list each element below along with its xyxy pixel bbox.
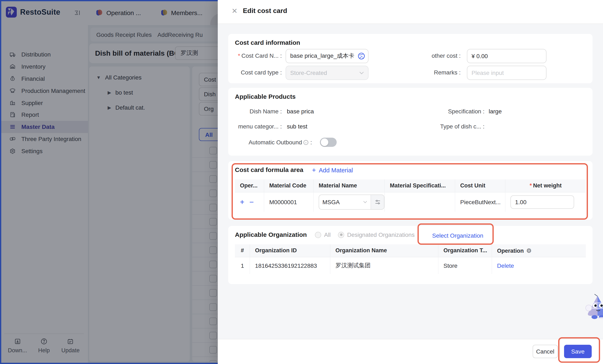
material-name-cell: MSGA bbox=[314, 192, 385, 212]
remove-row-icon[interactable]: − bbox=[249, 198, 254, 206]
col-organization-name: Organization Name bbox=[330, 244, 439, 257]
drawer-mask[interactable] bbox=[0, 0, 218, 364]
other-cost-input[interactable] bbox=[467, 49, 546, 63]
section-title: Applicable Products bbox=[235, 93, 296, 100]
cost-card-information-section: Cost card information *Cost Card N... : … bbox=[228, 34, 592, 83]
column-settings-gear-icon[interactable]: ⚙ bbox=[526, 247, 532, 254]
col-operation: Operation⚙ bbox=[492, 244, 586, 257]
col-material-name: Material Name bbox=[314, 179, 385, 192]
material-spec-cell bbox=[385, 192, 455, 212]
cost-card-name-field-wrap bbox=[286, 49, 369, 63]
save-button[interactable]: Save bbox=[564, 345, 592, 358]
cost-card-type-select[interactable]: Store-Created bbox=[286, 66, 369, 80]
menu-category-label: menu categor... : bbox=[228, 123, 282, 130]
org-index-cell: 1 bbox=[235, 257, 250, 274]
add-material-button[interactable]: + Add Material bbox=[312, 167, 353, 174]
material-name-select[interactable]: MSGA bbox=[319, 195, 371, 209]
material-code-cell: M0000001 bbox=[264, 192, 314, 212]
required-asterisk: * bbox=[530, 182, 532, 189]
cost-card-type-label: Cost card type : bbox=[228, 69, 282, 76]
edit-cost-card-drawer: ✕ Edit cost card Cost card information *… bbox=[218, 0, 603, 364]
drawer-header: ✕ Edit cost card bbox=[218, 0, 603, 24]
cost-card-formula-section: Cost card formula area + Add Material Op… bbox=[228, 161, 592, 220]
org-type-cell: Store bbox=[439, 257, 492, 274]
translate-globe-icon[interactable] bbox=[357, 52, 366, 62]
chevron-down-icon bbox=[359, 71, 364, 74]
organization-table: # Organization ID Organization Name Orga… bbox=[235, 244, 586, 274]
net-weight-input[interactable] bbox=[510, 195, 574, 209]
screen: RestoSuite Operation ... Members... bbox=[0, 0, 603, 364]
radio-all[interactable]: All bbox=[315, 231, 331, 238]
dish-type-label: Type of dish c... : bbox=[404, 123, 485, 130]
org-name-cell: 罗汉测试集团 bbox=[330, 257, 439, 274]
applicable-organization-section: Applicable Organization All Designated O… bbox=[228, 226, 592, 284]
drawer-footer: Cancel Save bbox=[218, 339, 603, 364]
radio-designated-organizations[interactable]: Designated Organizations bbox=[338, 231, 415, 238]
radio-selected-icon bbox=[338, 232, 344, 238]
close-icon[interactable]: ✕ bbox=[232, 8, 238, 15]
section-title: Cost card formula area bbox=[235, 166, 303, 173]
drawer-title: Edit cost card bbox=[243, 7, 287, 15]
cost-card-name-input[interactable] bbox=[286, 49, 369, 63]
applicable-products-section: Applicable Products Dish Name : base pri… bbox=[228, 88, 592, 156]
add-row-icon[interactable]: + bbox=[240, 198, 244, 206]
col-organization-id: Organization ID bbox=[250, 244, 330, 257]
org-operation-cell: Delete bbox=[492, 257, 586, 274]
assistant-mascot[interactable] bbox=[585, 294, 603, 321]
cost-unit-cell: PieceButNext... bbox=[455, 192, 505, 212]
col-oper: Oper... bbox=[235, 179, 264, 192]
row-operations: + − bbox=[235, 192, 264, 212]
chevron-down-icon bbox=[363, 201, 368, 203]
net-weight-cell bbox=[505, 192, 586, 212]
cost-card-name-label: *Cost Card N... : bbox=[228, 52, 282, 59]
col-cost-unit: Cost Unit bbox=[455, 179, 505, 192]
section-title: Applicable Organization bbox=[235, 231, 307, 238]
col-organization-type: Organization T... bbox=[439, 244, 492, 257]
org-id-cell: 1816425336192122883 bbox=[250, 257, 330, 274]
plus-icon: + bbox=[312, 167, 316, 174]
dish-name-value: base prica bbox=[287, 108, 314, 115]
specification-value: large bbox=[489, 108, 502, 115]
col-material-spec: Material Specificati... bbox=[385, 179, 455, 192]
delete-link[interactable]: Delete bbox=[497, 262, 514, 269]
cancel-button[interactable]: Cancel bbox=[533, 345, 558, 358]
required-asterisk: * bbox=[238, 52, 240, 59]
radio-icon bbox=[315, 232, 321, 238]
remarks-input[interactable] bbox=[467, 66, 546, 80]
automatic-outbound-label: Automatic Outbound : bbox=[228, 139, 312, 146]
dish-name-label: Dish Name : bbox=[228, 108, 282, 115]
col-index: # bbox=[235, 244, 250, 257]
sliders-icon bbox=[375, 199, 381, 205]
formula-table: Oper... Material Code Material Name Mate… bbox=[235, 179, 586, 212]
col-net-weight: *Net weight bbox=[505, 179, 586, 192]
col-material-code: Material Code bbox=[264, 179, 314, 192]
select-organization-link[interactable]: Select Organization bbox=[432, 232, 483, 239]
section-title: Cost card information bbox=[235, 39, 300, 46]
info-circle-icon[interactable] bbox=[303, 140, 309, 146]
automatic-outbound-toggle[interactable] bbox=[320, 138, 337, 147]
specification-label: Specification : bbox=[404, 108, 485, 115]
material-name-select-group: MSGA bbox=[319, 195, 384, 210]
remarks-label: Remarks : bbox=[400, 69, 461, 76]
menu-category-value: sub test bbox=[287, 123, 307, 130]
material-settings-button[interactable] bbox=[371, 195, 384, 209]
other-cost-label: other cost : bbox=[400, 52, 461, 59]
